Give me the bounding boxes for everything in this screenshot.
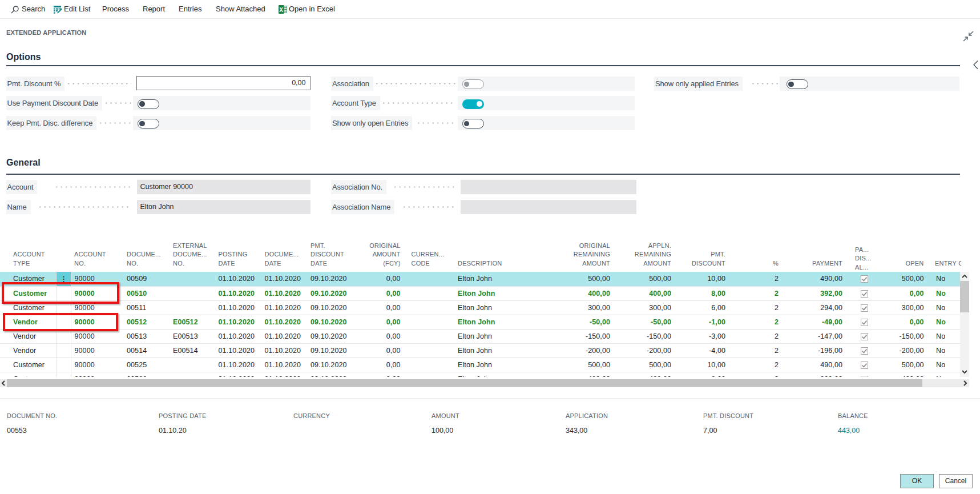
svg-text:X: X (279, 7, 283, 13)
